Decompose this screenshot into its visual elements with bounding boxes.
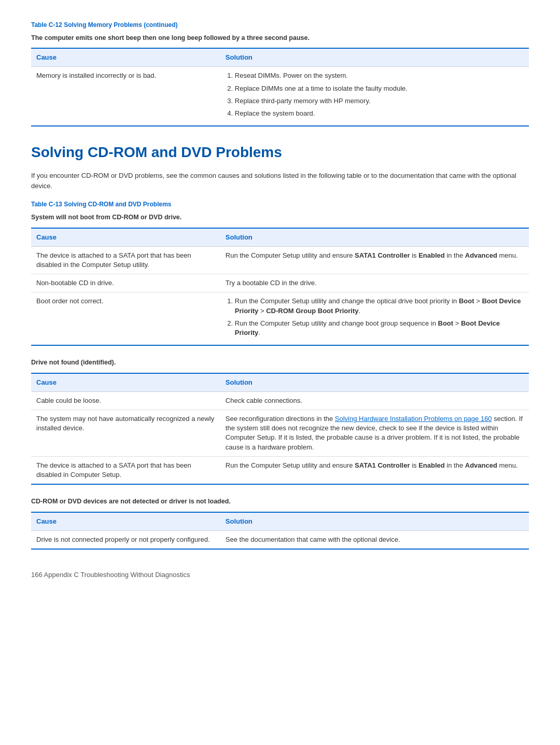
table-c13c-cause-header: Cause bbox=[31, 512, 220, 531]
table-c12-cause-header: Cause bbox=[31, 48, 220, 67]
table-row: Drive is not connected properly or not p… bbox=[31, 530, 529, 549]
table-c13b-solution-header: Solution bbox=[220, 373, 529, 392]
footer-text: 166 Appendix C Troubleshooting Without D… bbox=[31, 570, 529, 580]
intro-text: If you encounter CD-ROM or DVD problems,… bbox=[31, 171, 529, 191]
table-row: The device is attached to a SATA port th… bbox=[31, 456, 529, 484]
table-cell-cause: The system may not have automatically re… bbox=[31, 410, 220, 457]
table-cell-cause: Drive is not connected properly or not p… bbox=[31, 530, 220, 549]
list-item: Reseat DIMMs. Power on the system. bbox=[235, 71, 524, 80]
table-c13c-header-row: Cause Solution bbox=[31, 512, 529, 531]
table-c13b-header-row: Cause Solution bbox=[31, 373, 529, 392]
subsection3-header: CD-ROM or DVD devices are not detected o… bbox=[31, 497, 529, 507]
list-item: Replace third-party memory with HP memor… bbox=[235, 96, 524, 106]
table-c12-solution-cell: Reseat DIMMs. Power on the system. Repla… bbox=[220, 67, 529, 126]
table-c13-label: Table C-13 Solving CD-ROM and DVD Proble… bbox=[31, 200, 529, 209]
list-item: Replace DIMMs one at a time to isolate t… bbox=[235, 84, 524, 93]
subsection1: System will not boot from CD-ROM or DVD … bbox=[31, 213, 529, 346]
table-cell-solution: Run the Computer Setup utility and ensur… bbox=[220, 246, 529, 274]
table-c13a-cause-header: Cause bbox=[31, 228, 220, 247]
table-cell-solution: See reconfiguration directions in the So… bbox=[220, 410, 529, 457]
table-row: Non-bootable CD in drive. Try a bootable… bbox=[31, 274, 529, 292]
table-row: The device is attached to a SATA port th… bbox=[31, 246, 529, 274]
table-row: Cable could be loose. Check cable connec… bbox=[31, 391, 529, 410]
subsection2: Drive not found (identified). Cause Solu… bbox=[31, 358, 529, 485]
table-row: Boot order not correct. Run the Computer… bbox=[31, 292, 529, 345]
table-c12-cause-cell: Memory is installed incorrectly or is ba… bbox=[31, 67, 220, 126]
table-cell-solution: Try a bootable CD in the drive. bbox=[220, 274, 529, 292]
table-cell-cause: Non-bootable CD in drive. bbox=[31, 274, 220, 292]
table-c13a: Cause Solution The device is attached to… bbox=[31, 228, 529, 346]
table-row: The system may not have automatically re… bbox=[31, 410, 529, 457]
table-cell-solution: Run the Computer Setup utility and chang… bbox=[220, 292, 529, 345]
table-cell-cause: Boot order not correct. bbox=[31, 292, 220, 345]
table-c13c-solution-header: Solution bbox=[220, 512, 529, 531]
table-c12: Cause Solution Memory is installed incor… bbox=[31, 48, 529, 126]
table-c13b: Cause Solution Cable could be loose. Che… bbox=[31, 373, 529, 485]
table-cell-cause: The device is attached to a SATA port th… bbox=[31, 456, 220, 484]
table-c12-header-row: Cause Solution bbox=[31, 48, 529, 67]
list-item: Run the Computer Setup utility and chang… bbox=[235, 319, 524, 338]
list-item: Replace the system board. bbox=[235, 109, 524, 118]
subsection1-header: System will not boot from CD-ROM or DVD … bbox=[31, 213, 529, 222]
solving-hardware-link[interactable]: Solving Hardware Installation Problems o… bbox=[335, 415, 492, 423]
table-c12-solution-header: Solution bbox=[220, 48, 529, 67]
table-cell-cause: Cable could be loose. bbox=[31, 391, 220, 410]
table-c12-label: Table C-12 Solving Memory Problems (cont… bbox=[31, 21, 529, 30]
table-c12-section: Table C-12 Solving Memory Problems (cont… bbox=[31, 21, 529, 126]
table-row: Memory is installed incorrectly or is ba… bbox=[31, 67, 529, 126]
solution-text-before: See reconfiguration directions in the bbox=[226, 415, 335, 423]
subsection3: CD-ROM or DVD devices are not detected o… bbox=[31, 497, 529, 550]
table-cell-cause: The device is attached to a SATA port th… bbox=[31, 246, 220, 274]
table-c13a-solution-header: Solution bbox=[220, 228, 529, 247]
list-item: Run the Computer Setup utility and chang… bbox=[235, 297, 524, 315]
table-c13c: Cause Solution Drive is not connected pr… bbox=[31, 512, 529, 550]
table-cell-solution: Check cable connections. bbox=[220, 391, 529, 410]
table-c13b-cause-header: Cause bbox=[31, 373, 220, 392]
table-c13a-header-row: Cause Solution bbox=[31, 228, 529, 247]
table-cell-solution: Run the Computer Setup utility and ensur… bbox=[220, 456, 529, 484]
subsection2-header: Drive not found (identified). bbox=[31, 358, 529, 368]
table-c12-section-header: The computer emits one short beep then o… bbox=[31, 34, 529, 43]
section-heading: Solving CD-ROM and DVD Problems bbox=[31, 142, 529, 162]
table-cell-solution: See the documentation that came with the… bbox=[220, 530, 529, 549]
